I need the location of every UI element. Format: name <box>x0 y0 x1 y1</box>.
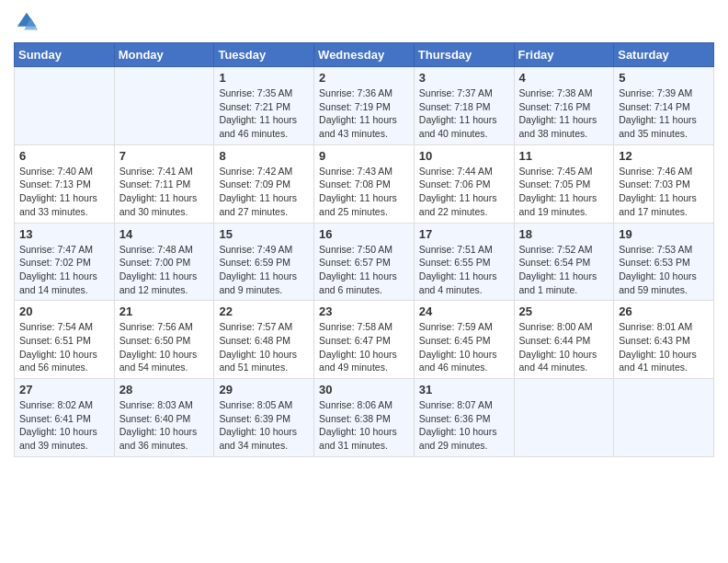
day-info: Sunrise: 7:39 AM Sunset: 7:14 PM Dayligh… <box>619 86 709 141</box>
col-header-sunday: Sunday <box>15 43 115 67</box>
col-header-tuesday: Tuesday <box>214 43 314 67</box>
day-info: Sunrise: 8:03 AM Sunset: 6:40 PM Dayligh… <box>119 398 210 453</box>
day-info: Sunrise: 7:57 AM Sunset: 6:48 PM Dayligh… <box>219 320 309 374</box>
calendar-cell: 23Sunrise: 7:58 AM Sunset: 6:47 PM Dayli… <box>314 301 415 379</box>
day-info: Sunrise: 8:05 AM Sunset: 6:39 PM Dayligh… <box>219 398 309 453</box>
calendar-cell: 2Sunrise: 7:36 AM Sunset: 7:19 PM Daylig… <box>314 67 415 145</box>
day-number: 17 <box>419 227 509 241</box>
day-number: 20 <box>19 304 109 318</box>
day-number: 29 <box>219 383 309 396</box>
calendar-cell: 24Sunrise: 7:59 AM Sunset: 6:45 PM Dayli… <box>414 301 514 379</box>
day-info: Sunrise: 7:49 AM Sunset: 6:59 PM Dayligh… <box>219 243 309 297</box>
col-header-thursday: Thursday <box>414 43 514 67</box>
calendar-cell: 16Sunrise: 7:50 AM Sunset: 6:57 PM Dayli… <box>314 223 415 301</box>
day-info: Sunrise: 8:02 AM Sunset: 6:41 PM Dayligh… <box>19 398 109 453</box>
day-number: 3 <box>419 71 509 85</box>
day-info: Sunrise: 7:35 AM Sunset: 7:21 PM Dayligh… <box>219 86 309 141</box>
day-info: Sunrise: 7:53 AM Sunset: 6:53 PM Dayligh… <box>619 243 709 297</box>
calendar-header-row: SundayMondayTuesdayWednesdayThursdayFrid… <box>15 43 714 67</box>
day-number: 24 <box>419 304 509 318</box>
day-info: Sunrise: 7:36 AM Sunset: 7:19 PM Dayligh… <box>319 86 409 141</box>
day-number: 6 <box>19 149 109 163</box>
calendar-cell: 20Sunrise: 7:54 AM Sunset: 6:51 PM Dayli… <box>15 301 115 379</box>
calendar-cell: 4Sunrise: 7:38 AM Sunset: 7:16 PM Daylig… <box>514 67 614 145</box>
calendar-cell: 13Sunrise: 7:47 AM Sunset: 7:02 PM Dayli… <box>15 223 115 301</box>
col-header-wednesday: Wednesday <box>314 43 415 67</box>
day-info: Sunrise: 7:38 AM Sunset: 7:16 PM Dayligh… <box>519 86 609 141</box>
day-number: 16 <box>319 227 409 241</box>
calendar-cell: 7Sunrise: 7:41 AM Sunset: 7:11 PM Daylig… <box>114 144 214 223</box>
day-number: 31 <box>419 383 509 396</box>
calendar-week-row: 6Sunrise: 7:40 AM Sunset: 7:13 PM Daylig… <box>15 144 714 223</box>
logo-icon <box>14 9 40 35</box>
calendar-week-row: 13Sunrise: 7:47 AM Sunset: 7:02 PM Dayli… <box>15 223 714 301</box>
calendar-cell: 1Sunrise: 7:35 AM Sunset: 7:21 PM Daylig… <box>214 67 314 145</box>
day-info: Sunrise: 8:00 AM Sunset: 6:44 PM Dayligh… <box>519 320 609 374</box>
calendar-week-row: 27Sunrise: 8:02 AM Sunset: 6:41 PM Dayli… <box>15 379 714 457</box>
calendar-cell: 29Sunrise: 8:05 AM Sunset: 6:39 PM Dayli… <box>214 379 314 457</box>
day-number: 18 <box>519 227 609 241</box>
day-number: 19 <box>619 227 709 241</box>
calendar-cell: 9Sunrise: 7:43 AM Sunset: 7:08 PM Daylig… <box>314 144 415 223</box>
calendar-cell: 10Sunrise: 7:44 AM Sunset: 7:06 PM Dayli… <box>414 144 514 223</box>
day-number: 5 <box>619 71 709 85</box>
day-number: 11 <box>519 149 609 163</box>
day-info: Sunrise: 8:06 AM Sunset: 6:38 PM Dayligh… <box>319 398 409 453</box>
day-number: 21 <box>119 304 210 318</box>
calendar-cell <box>15 67 115 145</box>
day-number: 12 <box>619 149 709 163</box>
calendar-cell: 21Sunrise: 7:56 AM Sunset: 6:50 PM Dayli… <box>114 301 214 379</box>
day-info: Sunrise: 8:01 AM Sunset: 6:43 PM Dayligh… <box>619 320 709 374</box>
calendar-cell: 28Sunrise: 8:03 AM Sunset: 6:40 PM Dayli… <box>114 379 214 457</box>
calendar-cell: 25Sunrise: 8:00 AM Sunset: 6:44 PM Dayli… <box>514 301 614 379</box>
day-number: 22 <box>219 304 309 318</box>
day-info: Sunrise: 7:51 AM Sunset: 6:55 PM Dayligh… <box>419 243 509 297</box>
day-number: 15 <box>219 227 309 241</box>
calendar-cell: 3Sunrise: 7:37 AM Sunset: 7:18 PM Daylig… <box>414 67 514 145</box>
day-info: Sunrise: 7:50 AM Sunset: 6:57 PM Dayligh… <box>319 243 409 297</box>
day-info: Sunrise: 7:44 AM Sunset: 7:06 PM Dayligh… <box>419 165 509 219</box>
calendar-cell: 14Sunrise: 7:48 AM Sunset: 7:00 PM Dayli… <box>114 223 214 301</box>
day-info: Sunrise: 7:43 AM Sunset: 7:08 PM Dayligh… <box>319 165 409 219</box>
col-header-saturday: Saturday <box>614 43 714 67</box>
calendar-cell <box>114 67 214 145</box>
calendar-cell: 31Sunrise: 8:07 AM Sunset: 6:36 PM Dayli… <box>414 379 514 457</box>
calendar-table: SundayMondayTuesdayWednesdayThursdayFrid… <box>14 42 714 457</box>
day-number: 14 <box>119 227 210 241</box>
day-info: Sunrise: 7:37 AM Sunset: 7:18 PM Dayligh… <box>419 86 509 141</box>
day-info: Sunrise: 7:47 AM Sunset: 7:02 PM Dayligh… <box>19 243 109 297</box>
day-info: Sunrise: 7:54 AM Sunset: 6:51 PM Dayligh… <box>19 320 109 374</box>
day-number: 1 <box>219 71 309 85</box>
day-number: 8 <box>219 149 309 163</box>
day-info: Sunrise: 7:41 AM Sunset: 7:11 PM Dayligh… <box>119 165 210 219</box>
day-info: Sunrise: 7:58 AM Sunset: 6:47 PM Dayligh… <box>319 320 409 374</box>
day-info: Sunrise: 7:48 AM Sunset: 7:00 PM Dayligh… <box>119 243 210 297</box>
calendar-cell: 18Sunrise: 7:52 AM Sunset: 6:54 PM Dayli… <box>514 223 614 301</box>
day-info: Sunrise: 7:46 AM Sunset: 7:03 PM Dayligh… <box>619 165 709 219</box>
day-info: Sunrise: 7:59 AM Sunset: 6:45 PM Dayligh… <box>419 320 509 374</box>
day-number: 28 <box>119 383 210 396</box>
calendar-cell: 26Sunrise: 8:01 AM Sunset: 6:43 PM Dayli… <box>614 301 714 379</box>
day-number: 7 <box>119 149 210 163</box>
calendar-cell: 15Sunrise: 7:49 AM Sunset: 6:59 PM Dayli… <box>214 223 314 301</box>
page-header <box>14 9 714 35</box>
day-info: Sunrise: 7:56 AM Sunset: 6:50 PM Dayligh… <box>119 320 210 374</box>
day-info: Sunrise: 7:40 AM Sunset: 7:13 PM Dayligh… <box>19 165 109 219</box>
day-info: Sunrise: 8:07 AM Sunset: 6:36 PM Dayligh… <box>419 398 509 453</box>
day-number: 13 <box>19 227 109 241</box>
day-number: 2 <box>319 71 409 85</box>
day-info: Sunrise: 7:52 AM Sunset: 6:54 PM Dayligh… <box>519 243 609 297</box>
page-container: SundayMondayTuesdayWednesdayThursdayFrid… <box>0 0 728 471</box>
logo <box>14 9 43 35</box>
day-number: 25 <box>519 304 609 318</box>
calendar-cell: 30Sunrise: 8:06 AM Sunset: 6:38 PM Dayli… <box>314 379 415 457</box>
calendar-cell <box>514 379 614 457</box>
col-header-monday: Monday <box>114 43 214 67</box>
col-header-friday: Friday <box>514 43 614 67</box>
day-number: 4 <box>519 71 609 85</box>
day-number: 23 <box>319 304 409 318</box>
day-number: 9 <box>319 149 409 163</box>
calendar-cell: 8Sunrise: 7:42 AM Sunset: 7:09 PM Daylig… <box>214 144 314 223</box>
calendar-cell: 22Sunrise: 7:57 AM Sunset: 6:48 PM Dayli… <box>214 301 314 379</box>
day-number: 26 <box>619 304 709 318</box>
